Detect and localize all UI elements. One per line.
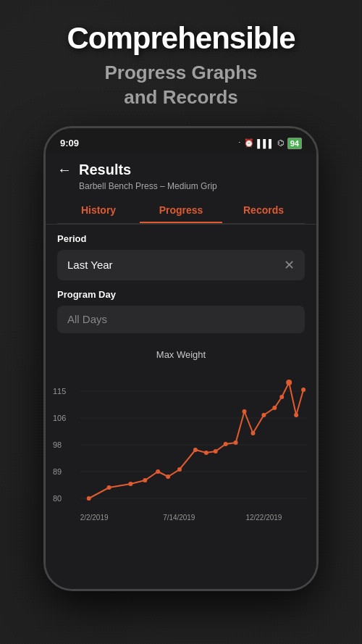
chart-dot (166, 474, 170, 479)
clear-period-icon[interactable]: ✕ (284, 257, 295, 273)
chart-dot (87, 496, 91, 501)
chart-line (89, 382, 303, 498)
battery-icon: 94 (287, 138, 302, 149)
chart-dot (301, 388, 306, 392)
app-header-row: ← Results (57, 162, 305, 178)
filter-section: Period Last Year ✕ Program Day All Days (46, 225, 316, 342)
bluetooth-icon: ⋅ (238, 138, 241, 148)
program-day-value: All Days (67, 313, 107, 325)
x-label-start: 2/2/2019 (80, 514, 109, 522)
y-label-89: 89 (53, 467, 62, 476)
chart-svg: 80 89 98 106 115 2/2/2019 7/14/2019 12/2… (51, 364, 311, 524)
hero-title: Comprehensible (52, 22, 309, 55)
y-label-80: 80 (53, 494, 62, 503)
tab-history[interactable]: History (57, 197, 140, 223)
y-label-115: 115 (53, 387, 66, 396)
signal-icon: ▌▌▌ (257, 139, 274, 148)
app-screen: ← Results Barbell Bench Press – Medium G… (46, 154, 316, 589)
chart-dot (234, 440, 238, 445)
chart-dot (143, 478, 147, 482)
chart-area: Max Weight 80 89 98 106 115 (46, 342, 316, 531)
app-title: Results (79, 162, 131, 178)
back-button[interactable]: ← (57, 162, 72, 178)
chart-dot (261, 413, 266, 417)
x-label-end: 12/22/2019 (246, 514, 282, 522)
chart-dot (279, 395, 284, 399)
chart-title: Max Weight (51, 349, 311, 360)
program-day-label: Program Day (57, 289, 305, 300)
chart-dot-peak (286, 380, 292, 385)
tab-bar: History Progress Records (57, 197, 305, 224)
phone-mockup: 9:09 ⋅ ⏰ ▌▌▌ ⌬ 94 ← Results Barbell Benc… (43, 126, 319, 591)
chart-dot (193, 448, 198, 452)
alarm-icon: ⏰ (244, 138, 254, 148)
y-label-98: 98 (53, 440, 62, 449)
tab-records[interactable]: Records (222, 197, 305, 223)
status-time: 9:09 (60, 138, 79, 149)
chart-dot (294, 413, 298, 417)
program-day-filter[interactable]: All Days (57, 306, 305, 333)
x-label-mid: 7/14/2019 (163, 514, 195, 522)
status-bar: 9:09 ⋅ ⏰ ▌▌▌ ⌬ 94 (46, 128, 316, 154)
chart-dot (128, 482, 132, 486)
app-subtitle: Barbell Bench Press – Medium Grip (79, 181, 305, 191)
chart-dot (243, 409, 247, 414)
chart-dot (156, 469, 160, 474)
chart-dot (251, 431, 255, 435)
wifi-icon: ⌬ (277, 138, 285, 148)
status-icons: ⋅ ⏰ ▌▌▌ ⌬ 94 (238, 138, 302, 149)
y-label-106: 106 (53, 414, 66, 422)
period-value: Last Year (67, 259, 113, 271)
chart-dot (272, 406, 277, 410)
period-filter[interactable]: Last Year ✕ (57, 250, 305, 280)
chart-dot (214, 449, 218, 453)
chart-container: 80 89 98 106 115 2/2/2019 7/14/2019 12/2… (51, 364, 311, 524)
chart-dot (224, 442, 228, 446)
chart-dot (107, 485, 111, 490)
period-label: Period (57, 233, 305, 244)
chart-dot (204, 451, 209, 455)
page-wrapper: Comprehensible Progress Graphsand Record… (0, 0, 362, 644)
chart-dot (177, 467, 182, 472)
hero-subtitle: Progress Graphsand Records (90, 61, 272, 110)
tab-progress[interactable]: Progress (140, 197, 222, 223)
app-header: ← Results Barbell Bench Press – Medium G… (46, 154, 316, 225)
